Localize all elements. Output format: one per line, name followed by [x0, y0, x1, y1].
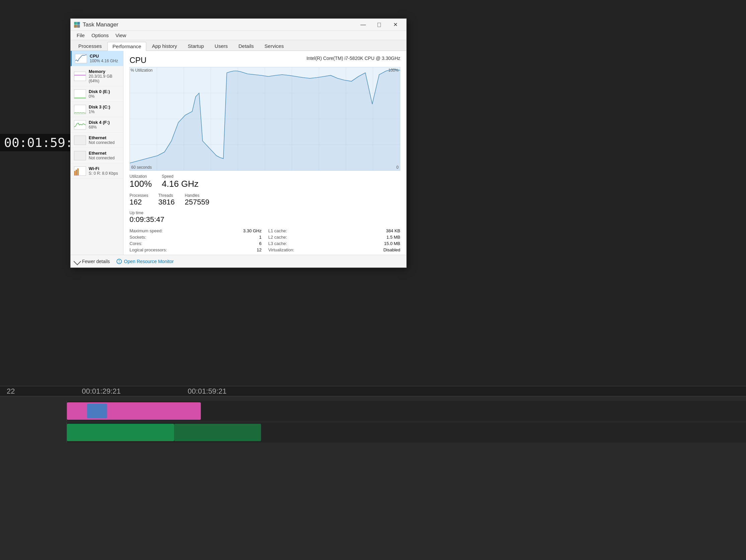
- task-manager-window: Task Manager — ⎕ ✕ File Options View Pro…: [70, 19, 407, 268]
- wifi-sidebar-val: S: 0 R: 8.0 Kbps: [89, 171, 120, 176]
- uptime-value: 0:09:35:47: [130, 215, 400, 224]
- graph-0-label: 0: [396, 165, 399, 170]
- tab-app-history[interactable]: App history: [147, 41, 182, 51]
- detail-l3: L3 cache: 15.0 MB: [268, 241, 401, 246]
- open-resource-monitor-button[interactable]: Open Resource Monitor: [116, 259, 174, 264]
- detail-key-sockets: Sockets:: [130, 235, 146, 240]
- svg-rect-1: [77, 22, 80, 24]
- sidebar-item-wifi[interactable]: Wi-Fi S: 0 R: 8.0 Kbps: [70, 163, 123, 179]
- cpu-title: CPU: [130, 56, 147, 65]
- sidebar-item-disk3[interactable]: Disk 3 (C:) 1%: [70, 102, 123, 117]
- ethernet1-sidebar-name: Ethernet: [89, 135, 120, 140]
- detail-key-maxspeed: Maximum speed:: [130, 228, 163, 233]
- detail-val-virt: Disabled: [383, 247, 400, 252]
- threads-label: Threads: [158, 193, 175, 198]
- disk4-mini-graph: [74, 120, 86, 130]
- detail-val-maxspeed: 3.30 GHz: [243, 228, 262, 233]
- minimize-button[interactable]: —: [355, 20, 371, 30]
- speed-label: Speed: [162, 174, 199, 179]
- cpu-detail-table: Maximum speed: 3.30 GHz L1 cache: 384 KB…: [130, 228, 400, 255]
- memory-mini-graph: [74, 72, 86, 81]
- processes-stat: Processes 162: [130, 193, 148, 206]
- speed-value: 4.16 GHz: [162, 179, 199, 189]
- sidebar-item-disk4[interactable]: Disk 4 (F:) 68%: [70, 117, 123, 133]
- detail-l1: L1 cache: 384 KB: [268, 228, 401, 234]
- speed-stat: Speed 4.16 GHz: [162, 174, 199, 189]
- detail-val-l1: 384 KB: [386, 228, 400, 233]
- ethernet2-sidebar-val: Not connected: [89, 156, 120, 160]
- close-button[interactable]: ✕: [388, 20, 403, 30]
- wifi-sidebar-name: Wi-Fi: [89, 166, 120, 171]
- taskmanager-icon: [74, 22, 80, 28]
- detail-val-logical: 12: [257, 247, 261, 252]
- memory-sidebar-val: 20.3/31.9 GB (64%): [89, 74, 120, 83]
- disk0-sidebar-name: Disk 0 (E:): [89, 89, 120, 94]
- resource-monitor-icon: [116, 259, 122, 264]
- tabs-bar: Processes Performance App history Startu…: [70, 40, 406, 51]
- sidebar-item-ethernet2[interactable]: Ethernet Not connected: [70, 148, 123, 163]
- handles-value: 257559: [185, 198, 209, 206]
- tab-users[interactable]: Users: [209, 41, 233, 51]
- ethernet1-sidebar-info: Ethernet Not connected: [89, 135, 120, 145]
- time-marker-mid: 00:01:29:21: [82, 387, 120, 396]
- process-stats-row: Processes 162 Threads 3816 Handles 25755…: [130, 193, 400, 206]
- tm-main-content: CPU Intel(R) Core(TM) i7-5820K CPU @ 3.3…: [123, 51, 406, 255]
- utilization-stat: Utilization 100%: [130, 174, 152, 189]
- menu-options[interactable]: Options: [88, 31, 112, 39]
- tm-sidebar: CPU 100% 4.16 GHz Memory 20.3/31.9 GB (6…: [70, 51, 123, 255]
- open-resource-monitor-label[interactable]: Open Resource Monitor: [124, 259, 174, 264]
- fewer-details-label: Fewer details: [82, 259, 110, 264]
- disk3-mini-graph: [74, 105, 86, 114]
- detail-max-speed: Maximum speed: 3.30 GHz: [130, 228, 262, 234]
- wifi-sidebar-info: Wi-Fi S: 0 R: 8.0 Kbps: [89, 166, 120, 176]
- disk3-sidebar-name: Disk 3 (C:): [89, 105, 120, 109]
- window-controls: — ⎕ ✕: [355, 20, 403, 30]
- processes-value: 162: [130, 198, 148, 206]
- video-clip-blue[interactable]: [87, 404, 107, 418]
- audio-clip-waveform[interactable]: [174, 424, 261, 441]
- detail-logical: Logical processors: 12: [130, 247, 262, 253]
- sidebar-item-disk0[interactable]: Disk 0 (E:) 0%: [70, 86, 123, 102]
- time-marker-current: 00:01:59:21: [188, 387, 227, 396]
- sidebar-item-ethernet1[interactable]: Ethernet Not connected: [70, 133, 123, 148]
- time-marker-start: 22: [7, 387, 15, 396]
- audio-clip-green[interactable]: [67, 424, 174, 441]
- detail-key-l3: L3 cache:: [268, 241, 287, 246]
- cpu-model: Intel(R) Core(TM) i7-5820K CPU @ 3.30GHz: [307, 56, 400, 61]
- detail-l2: L2 cache: 1.5 MB: [268, 234, 401, 240]
- svg-rect-2: [74, 25, 77, 27]
- audio-track-label: [0, 422, 67, 443]
- ethernet1-mini-graph: [74, 136, 86, 145]
- cpu-stats-row: Utilization 100% Speed 4.16 GHz: [130, 174, 400, 189]
- disk4-sidebar-val: 68%: [89, 125, 120, 130]
- processes-label: Processes: [130, 193, 148, 198]
- detail-val-l2: 1.5 MB: [386, 235, 400, 240]
- handles-label: Handles: [185, 193, 209, 198]
- menu-view[interactable]: View: [112, 31, 130, 39]
- svg-rect-5: [76, 170, 77, 175]
- wifi-mini-graph: [74, 166, 86, 176]
- detail-key-logical: Logical processors:: [130, 247, 167, 252]
- tm-body: CPU 100% 4.16 GHz Memory 20.3/31.9 GB (6…: [70, 51, 406, 255]
- fewer-details-button[interactable]: Fewer details: [75, 259, 110, 264]
- menubar: File Options View: [70, 31, 406, 40]
- sidebar-item-memory[interactable]: Memory 20.3/31.9 GB (64%): [70, 66, 123, 86]
- maximize-button[interactable]: ⎕: [372, 20, 387, 30]
- cpu-header: CPU Intel(R) Core(TM) i7-5820K CPU @ 3.3…: [130, 56, 400, 65]
- utilization-label: Utilization: [130, 174, 152, 179]
- detail-val-l3: 15.0 MB: [384, 241, 400, 246]
- memory-sidebar-name: Memory: [89, 69, 120, 74]
- tab-details[interactable]: Details: [234, 41, 259, 51]
- threads-stat: Threads 3816: [158, 193, 175, 206]
- ethernet2-mini-graph: [74, 151, 86, 160]
- menu-file[interactable]: File: [73, 31, 88, 39]
- sidebar-item-cpu[interactable]: CPU 100% 4.16 GHz: [70, 51, 123, 66]
- tab-services[interactable]: Services: [259, 41, 289, 51]
- tab-processes[interactable]: Processes: [73, 41, 107, 51]
- detail-val-cores: 6: [259, 241, 261, 246]
- graph-utilization-label: % Utilization: [131, 68, 153, 73]
- timeline-area: 22 00:01:29:21 00:01:59:21: [0, 386, 746, 560]
- tab-performance[interactable]: Performance: [108, 42, 146, 51]
- tab-startup[interactable]: Startup: [183, 41, 209, 51]
- disk4-sidebar-name: Disk 4 (F:): [89, 120, 120, 125]
